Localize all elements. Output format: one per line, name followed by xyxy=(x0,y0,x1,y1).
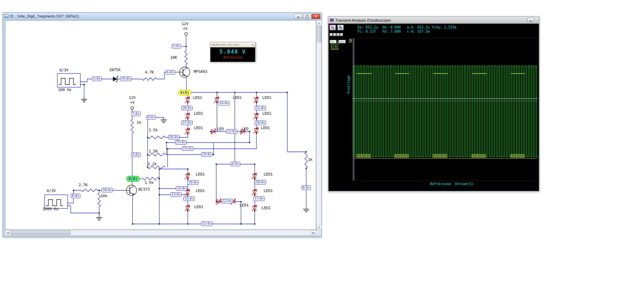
circuit-window: D:...\Vde_Digit_7segments.CKT 160%(1) × … xyxy=(3,12,322,237)
supply1-plus-label[interactable]: +V xyxy=(183,27,187,31)
schematic-canvas[interactable]: 12V +V 12V +V 10K MPSA63 1N756 4.7K 1k 1… xyxy=(5,20,316,230)
close-button[interactable]: × xyxy=(312,14,320,19)
node-label-5[interactable]: 5=0v xyxy=(172,44,181,48)
resistor-10K-label[interactable]: 10K xyxy=(170,56,177,60)
probe-v9[interactable]: V(9) xyxy=(126,176,140,182)
node-label-29[interactable]: 29=0v xyxy=(120,77,131,81)
probe-v6[interactable]: V(6) xyxy=(178,90,192,95)
node-label-11[interactable]: 11=0v xyxy=(201,222,212,226)
node-label-22[interactable]: 22=0v xyxy=(226,129,237,134)
led-label[interactable]: LED1 xyxy=(194,205,204,209)
resistor-2.7K-label[interactable]: 2.7K xyxy=(79,183,88,187)
node-label-17[interactable]: 17=0v xyxy=(253,196,265,201)
resistor-4.7K-label[interactable]: 4.7K xyxy=(145,70,154,75)
scope-titlebar[interactable]: Transient Analysis (Oscilloscope) xyxy=(329,17,539,24)
resistor-1k-label[interactable]: 1k xyxy=(137,121,141,125)
led-label[interactable]: LED1 xyxy=(262,112,272,116)
led-label-short[interactable]: LED xyxy=(242,127,249,131)
node-label-28[interactable]: 28=0v xyxy=(181,106,193,110)
transistor-mpsa63-label[interactable]: MPSA63 xyxy=(194,70,207,74)
multimeter-display: 5.848 V Ref=Ground xyxy=(210,47,255,62)
node-label-16[interactable]: 16=0v xyxy=(187,180,199,185)
zoom-out-tool-button[interactable] xyxy=(337,25,344,30)
supply1-label[interactable]: 12V xyxy=(182,22,188,26)
node-label-19[interactable]: 19=0v xyxy=(201,152,212,157)
node-label-23[interactable]: 23=0v xyxy=(182,146,193,151)
led-label[interactable]: LED1 xyxy=(261,126,270,130)
source2-frequency-label[interactable]: 1000 Hz xyxy=(43,207,58,211)
node-label-10[interactable]: 10=0v xyxy=(102,188,113,192)
node-label-21[interactable]: 21=0v xyxy=(255,106,266,110)
zoom-tool-button[interactable] xyxy=(330,25,336,30)
multimeter-close-button[interactable]: × xyxy=(252,43,254,47)
resistor-1.5K-b-label[interactable]: 1.5K xyxy=(149,149,158,154)
minimize-button[interactable] xyxy=(294,14,302,19)
legend-v6[interactable]: V(6) xyxy=(331,40,339,45)
transistor-bc373-label[interactable]: BC373 xyxy=(138,188,150,192)
vertical-scroll-thumb[interactable] xyxy=(317,26,321,42)
waveform-plot[interactable] xyxy=(352,38,538,181)
node-label-0a[interactable]: 0=0v xyxy=(146,115,156,120)
resistor-2.2k-label[interactable]: 2.2k xyxy=(148,162,157,166)
node-label-0b[interactable]: 0=0v xyxy=(301,185,311,190)
node-label-24[interactable]: 24=0v xyxy=(218,101,230,105)
scroll-down-arrow[interactable]: ▼ xyxy=(317,225,322,230)
node-label-14[interactable]: 14=0v xyxy=(176,186,187,191)
scope-toolbar-small-buttons[interactable] xyxy=(330,31,356,37)
led-label[interactable]: LED1 xyxy=(264,189,273,193)
cursor-readout-y: Yc: 8.137 Yd: 7.800 c-d: 337.5m xyxy=(357,30,430,33)
node-label-13[interactable]: 13=0v xyxy=(170,192,182,197)
node-label-3[interactable]: 3=0v xyxy=(92,77,102,81)
node-label-27[interactable]: 27=0v xyxy=(181,121,193,125)
led-label[interactable]: LED1 xyxy=(233,96,242,100)
maximize-button[interactable] xyxy=(303,14,311,19)
scroll-left-arrow[interactable]: ◀ xyxy=(5,230,10,235)
node-label-20[interactable]: 20=0v xyxy=(255,121,266,125)
led-label[interactable]: LED1 xyxy=(264,172,273,177)
scroll-right-arrow[interactable]: ▶ xyxy=(311,230,316,235)
led-label[interactable]: LED1 xyxy=(194,126,203,130)
node-label-9[interactable]: 9=0v xyxy=(131,153,141,157)
auto-select[interactable]: Auto▾ xyxy=(338,40,346,43)
led-label[interactable]: LED1 xyxy=(240,203,249,207)
resistor-10k-b-label[interactable]: 10k xyxy=(101,194,107,198)
resistor-1.5k-a-label[interactable]: 1.5k xyxy=(149,128,158,132)
node-label-6[interactable]: 6=0v xyxy=(231,162,240,166)
multimeter-titlebar[interactable]: Multimeter: DC AVG × xyxy=(210,42,255,47)
led-label[interactable]: LED1 xyxy=(196,189,205,193)
node-label-26[interactable]: 26=0v xyxy=(168,135,180,139)
supply2-label[interactable]: 12V xyxy=(129,96,136,100)
node-label-12[interactable]: 12=0v xyxy=(222,199,233,203)
led-label[interactable]: LED1 xyxy=(193,96,202,100)
horizontal-scrollbar[interactable]: ◀ ▶ xyxy=(5,230,316,235)
node-label-18[interactable]: 18=0v xyxy=(255,180,266,184)
node-label-7[interactable]: 7=0v xyxy=(131,112,141,116)
legend-v9[interactable]: V(9) xyxy=(331,45,339,49)
supply2-plus-label[interactable]: +V xyxy=(130,101,135,105)
node-label-15[interactable]: 15=0v xyxy=(183,196,195,201)
multimeter-window[interactable]: Multimeter: DC AVG × 5.848 V Ref=Ground xyxy=(210,42,255,62)
led-label[interactable]: LED1 xyxy=(262,96,272,100)
scope-window-title: Transient Analysis (Oscilloscope) xyxy=(335,18,527,22)
y-axis-label: Y=voltage xyxy=(347,75,350,94)
resistor-1.5k-c-label[interactable]: 1.5k xyxy=(145,181,154,185)
source1-frequency-label[interactable]: 100 Hz xyxy=(58,88,72,92)
source1-amplitude-label[interactable]: 0/3V xyxy=(59,68,69,72)
source2-amplitude-label[interactable]: 0/3V xyxy=(47,189,56,193)
desktop: D:...\Vde_Digit_7segments.CKT 160%(1) × … xyxy=(0,0,644,293)
resistor-1k-b-label[interactable]: 1k xyxy=(308,158,312,162)
circuit-titlebar[interactable]: D:...\Vde_Digit_7segments.CKT 160%(1) × xyxy=(3,13,321,20)
node-label-25[interactable]: 25=0v xyxy=(175,140,186,145)
led-label[interactable]: LED1 xyxy=(262,206,271,210)
led-label-short[interactable]: LED xyxy=(217,127,224,131)
led-label[interactable]: LED1 xyxy=(196,172,205,177)
node-label-4[interactable]: 4=0v xyxy=(165,70,175,75)
led-label[interactable]: LED1 xyxy=(194,112,203,116)
scroll-up-arrow[interactable]: ▲ xyxy=(317,20,322,25)
node-label-8[interactable]: 8=0v xyxy=(71,194,80,198)
vertical-scrollbar[interactable]: ▲ ▼ xyxy=(316,20,321,230)
horizontal-scroll-thumb[interactable] xyxy=(11,230,71,235)
zener-1n756-label[interactable]: 1N756 xyxy=(109,68,120,72)
cursor-readout-x: Xa: 652.2u Xb: 0.000 a-b: 652.2u freq: 1… xyxy=(357,25,457,29)
scope-minimize-button[interactable] xyxy=(527,18,534,22)
